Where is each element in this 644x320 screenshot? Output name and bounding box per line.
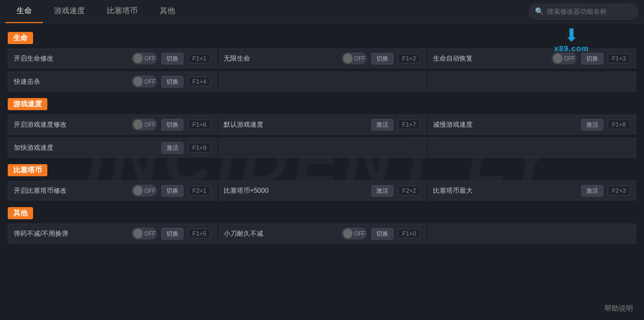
- cell-label-game-speed-1-0: 加快游戏速度: [14, 143, 157, 153]
- control-cell-life-1-1: [217, 72, 427, 91]
- cell-label-life-1-0: 快速击杀: [14, 77, 127, 86]
- btn-life-0-1[interactable]: 切换: [371, 53, 393, 64]
- hotkey-life-0-0: F1+1: [188, 53, 210, 63]
- toggle-game-speed-0-0[interactable]: OFF: [132, 118, 157, 131]
- control-cell-game-speed-0-0: 开启游戏速度修改OFF切换F1+6: [8, 115, 217, 134]
- hotkey-bitcoin-0-2: F2+3: [608, 186, 630, 196]
- btn-bitcoin-0-0[interactable]: 切换: [161, 185, 183, 197]
- toggle-other-0-1[interactable]: OFF: [342, 227, 367, 240]
- btn-game-speed-0-0[interactable]: 切换: [161, 119, 183, 131]
- toggle-life-0-2[interactable]: OFF: [551, 52, 577, 64]
- toggle-life-0-0[interactable]: OFF: [132, 52, 157, 64]
- toggle-knob: [133, 77, 143, 86]
- cell-label-life-0-1: 无限生命: [224, 54, 337, 63]
- btn-life-1-0[interactable]: 切换: [161, 76, 183, 88]
- toggle-knob: [343, 229, 353, 238]
- toggle-off-text: OFF: [564, 56, 575, 62]
- control-cell-life-1-0: 快速击杀OFF切换F1+4: [8, 72, 217, 91]
- control-cell-game-speed-1-2: [426, 138, 636, 158]
- btn-bitcoin-0-2[interactable]: 激活: [581, 185, 603, 197]
- section-header-other: 其他: [8, 207, 33, 219]
- cell-label-game-speed-0-1: 默认游戏速度: [224, 120, 367, 129]
- toggle-knob: [553, 53, 562, 63]
- tab-other[interactable]: 其他: [149, 0, 186, 23]
- control-cell-life-0-0: 开启生命修改OFF切换F1+1: [8, 48, 217, 68]
- toggle-knob: [133, 120, 143, 129]
- cell-label-life-0-0: 开启生命修改: [14, 54, 127, 63]
- toggle-off-text: OFF: [354, 231, 365, 237]
- control-cell-other-0-1: 小刀耐久不减OFF切换F1+0: [217, 224, 427, 243]
- control-row-game-speed-0: 开启游戏速度修改OFF切换F1+6默认游戏速度激活F1+7减慢游戏速度激活F1+…: [8, 115, 636, 134]
- hotkey-life-0-2: F1+3: [608, 53, 630, 63]
- control-row-bitcoin-0: 开启比塞塔币修改OFF切换F2+1比塞塔币+5000激活F2+2比塞塔币最大激活…: [8, 181, 636, 200]
- toggle-off-text: OFF: [144, 56, 155, 62]
- cell-label-bitcoin-0-2: 比塞塔币最大: [433, 186, 576, 196]
- search-box[interactable]: 🔍: [528, 3, 638, 20]
- hotkey-game-speed-0-2: F1+8: [608, 120, 630, 129]
- btn-bitcoin-0-1[interactable]: 激活: [371, 185, 393, 197]
- cell-label-game-speed-0-2: 减慢游戏速度: [433, 120, 576, 129]
- section-header-bitcoin: 比塞塔币: [8, 164, 47, 176]
- hotkey-life-0-1: F1+2: [398, 53, 420, 63]
- toggle-off-text: OFF: [144, 79, 155, 85]
- control-cell-game-speed-1-0: 加快游戏速度激活F1+9: [8, 138, 217, 158]
- control-cell-bitcoin-0-1: 比塞塔币+5000激活F2+2: [217, 181, 427, 200]
- hotkey-bitcoin-0-0: F2+1: [188, 186, 210, 196]
- hotkey-other-0-0: F1+5: [188, 229, 210, 238]
- control-row-other-0: 弹药不减/不用换弹OFF切换F1+5小刀耐久不减OFF切换F1+0: [8, 224, 636, 243]
- toggle-other-0-0[interactable]: OFF: [132, 227, 157, 240]
- control-cell-game-speed-1-1: [217, 138, 427, 158]
- toggle-knob: [133, 186, 143, 196]
- cell-label-other-0-0: 弹药不减/不用换弹: [14, 229, 127, 238]
- search-input[interactable]: [547, 8, 632, 15]
- btn-other-0-0[interactable]: 切换: [161, 228, 183, 240]
- toggle-life-0-1[interactable]: OFF: [342, 52, 367, 64]
- control-cell-life-0-1: 无限生命OFF切换F1+2: [217, 48, 427, 68]
- control-cell-life-1-2: [426, 72, 636, 91]
- control-cell-bitcoin-0-0: 开启比塞塔币修改OFF切换F2+1: [8, 181, 217, 200]
- btn-game-speed-1-0[interactable]: 激活: [161, 142, 183, 154]
- section-header-game-speed: 游戏速度: [8, 98, 47, 110]
- btn-game-speed-0-2[interactable]: 激活: [581, 119, 603, 131]
- control-cell-life-0-2: 生命自动恢复OFF切换F1+3: [426, 48, 636, 68]
- btn-game-speed-0-1[interactable]: 激活: [371, 119, 393, 131]
- hotkey-bitcoin-0-1: F2+2: [398, 186, 420, 196]
- toggle-life-1-0[interactable]: OFF: [132, 75, 157, 88]
- toggle-bitcoin-0-0[interactable]: OFF: [132, 185, 157, 197]
- tab-game-speed[interactable]: 游戏速度: [43, 0, 96, 23]
- main-content: 生命开启生命修改OFF切换F1+1无限生命OFF切换F1+2生命自动恢复OFF切…: [0, 23, 644, 252]
- control-cell-other-0-2: [426, 224, 636, 243]
- download-badge: ⬇ x89.com: [554, 26, 589, 53]
- search-icon: 🔍: [535, 7, 544, 15]
- cell-label-bitcoin-0-0: 开启比塞塔币修改: [14, 186, 127, 196]
- cell-label-game-speed-0-0: 开启游戏速度修改: [14, 120, 127, 129]
- toggle-knob: [133, 229, 143, 238]
- toggle-off-text: OFF: [144, 188, 155, 194]
- cell-label-life-0-2: 生命自动恢复: [433, 54, 546, 63]
- control-cell-bitcoin-0-2: 比塞塔币最大激活F2+3: [426, 181, 636, 200]
- hotkey-game-speed-0-0: F1+6: [188, 120, 210, 129]
- cell-label-bitcoin-0-1: 比塞塔币+5000: [224, 186, 367, 196]
- control-cell-other-0-0: 弹药不减/不用换弹OFF切换F1+5: [8, 224, 217, 243]
- toggle-off-text: OFF: [144, 231, 155, 237]
- tab-life[interactable]: 生命: [6, 0, 43, 23]
- top-navigation: 生命 游戏速度 比塞塔币 其他 🔍: [0, 0, 644, 23]
- download-site-text: x89.com: [554, 44, 589, 53]
- btn-life-0-2[interactable]: 切换: [581, 53, 603, 64]
- toggle-off-text: OFF: [144, 122, 155, 128]
- toggle-knob: [133, 53, 143, 63]
- btn-life-0-0[interactable]: 切换: [161, 53, 183, 64]
- help-label[interactable]: 帮助说明: [604, 303, 633, 313]
- btn-other-0-1[interactable]: 切换: [371, 228, 393, 240]
- control-cell-game-speed-0-1: 默认游戏速度激活F1+7: [217, 115, 427, 134]
- hotkey-life-1-0: F1+4: [188, 77, 210, 86]
- download-arrow-icon: ⬇: [564, 26, 579, 44]
- control-row-game-speed-1: 加快游戏速度激活F1+9: [8, 138, 636, 158]
- control-row-life-1: 快速击杀OFF切换F1+4: [8, 72, 636, 91]
- toggle-knob: [343, 53, 353, 63]
- control-row-life-0: 开启生命修改OFF切换F1+1无限生命OFF切换F1+2生命自动恢复OFF切换F…: [8, 48, 636, 68]
- cell-label-other-0-1: 小刀耐久不减: [224, 229, 337, 238]
- hotkey-game-speed-0-1: F1+7: [398, 120, 420, 129]
- tab-bitcoin[interactable]: 比塞塔币: [96, 0, 149, 23]
- control-cell-game-speed-0-2: 减慢游戏速度激活F1+8: [426, 115, 636, 134]
